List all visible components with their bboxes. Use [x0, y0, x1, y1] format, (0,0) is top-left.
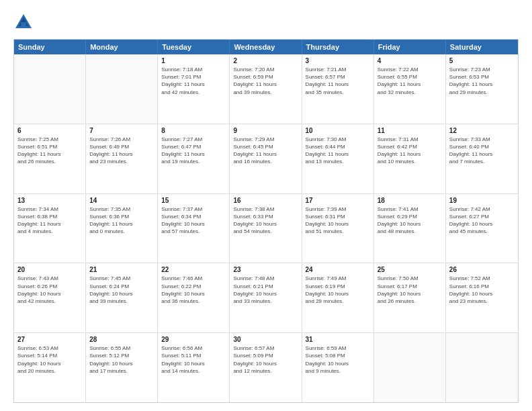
cell-info-line: Sunrise: 7:18 AM [161, 66, 226, 73]
cell-info-line: Daylight: 10 hours [161, 360, 226, 367]
cell-info-line: Sunrise: 7:38 AM [233, 205, 298, 213]
cell-info-line: Daylight: 10 hours [378, 290, 442, 298]
cell-info-line: and 13 minutes. [306, 158, 370, 165]
cell-info-line: Sunset: 6:49 PM [89, 143, 154, 150]
day-number: 20 [17, 266, 82, 273]
cell-info-line: Sunrise: 6:57 AM [233, 345, 298, 352]
cell-info-line: and 39 minutes. [233, 89, 298, 96]
cell-info-line: Daylight: 11 hours [89, 220, 154, 228]
day-number: 14 [89, 197, 154, 204]
cell-info-line: Sunset: 6:44 PM [306, 143, 370, 150]
calendar-cell: 20Sunrise: 7:43 AMSunset: 6:26 PMDayligh… [14, 263, 86, 332]
calendar-cell: 8Sunrise: 7:27 AMSunset: 6:47 PMDaylight… [158, 124, 230, 193]
calendar-cell: 29Sunrise: 6:56 AMSunset: 5:11 PMDayligh… [158, 333, 230, 402]
page: SundayMondayTuesdayWednesdayThursdayFrid… [0, 0, 532, 411]
cell-info-line: Daylight: 10 hours [17, 360, 82, 367]
cell-info-line: and 19 minutes. [161, 158, 226, 165]
header-day-friday: Friday [374, 40, 446, 54]
calendar-cell [374, 333, 446, 402]
day-number: 28 [89, 336, 154, 343]
calendar-cell: 11Sunrise: 7:31 AMSunset: 6:42 PMDayligh… [374, 124, 446, 193]
cell-info-line: Daylight: 10 hours [161, 220, 226, 228]
cell-info-line: Daylight: 10 hours [17, 290, 82, 298]
day-number: 4 [378, 57, 442, 64]
cell-info-line: Daylight: 11 hours [89, 150, 154, 158]
header [13, 12, 519, 32]
day-number: 25 [378, 266, 442, 273]
cell-info-line: and 35 minutes. [306, 89, 370, 96]
day-number: 11 [378, 127, 442, 134]
cell-info-line: and 23 minutes. [89, 158, 154, 165]
cell-info-line: and 9 minutes. [306, 367, 370, 375]
calendar-cell: 13Sunrise: 7:34 AMSunset: 6:38 PMDayligh… [14, 194, 86, 263]
day-number: 1 [161, 57, 226, 64]
cell-info-line: and 10 minutes. [378, 158, 442, 165]
cell-info-line: Sunrise: 7:50 AM [378, 275, 442, 282]
cell-info-line: Sunset: 5:09 PM [233, 352, 298, 359]
cell-info-line: and 23 minutes. [449, 298, 515, 305]
cell-info-line: Sunset: 5:12 PM [89, 352, 154, 359]
calendar-cell: 1Sunrise: 7:18 AMSunset: 7:01 PMDaylight… [158, 54, 230, 124]
cell-info-line: and 26 minutes. [378, 298, 442, 305]
cell-info-line: Sunrise: 6:53 AM [17, 345, 82, 352]
calendar-cell: 27Sunrise: 6:53 AMSunset: 5:14 PMDayligh… [14, 333, 86, 402]
calendar-cell: 10Sunrise: 7:30 AMSunset: 6:44 PMDayligh… [302, 124, 374, 193]
cell-info-line: and 12 minutes. [233, 367, 298, 375]
cell-info-line: Sunset: 6:22 PM [161, 283, 226, 290]
cell-info-line: Sunrise: 7:20 AM [233, 66, 298, 73]
calendar-row-3: 13Sunrise: 7:34 AMSunset: 6:38 PMDayligh… [14, 193, 518, 263]
cell-info-line: Daylight: 10 hours [306, 360, 370, 367]
header-day-monday: Monday [86, 40, 158, 54]
cell-info-line: Daylight: 11 hours [378, 150, 442, 158]
cell-info-line: Sunrise: 7:31 AM [378, 136, 442, 143]
cell-info-line: Sunrise: 7:48 AM [233, 275, 298, 282]
day-number: 18 [378, 197, 442, 204]
day-number: 3 [306, 57, 370, 64]
cell-info-line: Sunrise: 7:37 AM [161, 205, 226, 213]
cell-info-line: and 36 minutes. [161, 298, 226, 305]
calendar-cell: 16Sunrise: 7:38 AMSunset: 6:33 PMDayligh… [230, 194, 302, 263]
cell-info-line: Sunrise: 7:23 AM [449, 66, 515, 73]
calendar-cell [446, 333, 518, 402]
calendar-cell: 9Sunrise: 7:29 AMSunset: 6:45 PMDaylight… [230, 124, 302, 193]
cell-info-line: and 33 minutes. [233, 298, 298, 305]
cell-info-line: Sunset: 6:36 PM [89, 213, 154, 220]
cell-info-line: Daylight: 10 hours [306, 290, 370, 298]
calendar-cell: 21Sunrise: 7:45 AMSunset: 6:24 PMDayligh… [86, 263, 158, 332]
cell-info-line: Daylight: 10 hours [233, 290, 298, 298]
cell-info-line: Sunrise: 7:33 AM [449, 136, 515, 143]
cell-info-line: and 42 minutes. [161, 89, 226, 96]
cell-info-line: Daylight: 11 hours [17, 220, 82, 228]
day-number: 23 [233, 266, 298, 273]
day-number: 2 [233, 57, 298, 64]
day-number: 7 [89, 127, 154, 134]
cell-info-line: and 4 minutes. [17, 228, 82, 235]
cell-info-line: Sunset: 5:11 PM [161, 352, 226, 359]
calendar-cell: 18Sunrise: 7:41 AMSunset: 6:29 PMDayligh… [374, 194, 446, 263]
cell-info-line: Daylight: 10 hours [89, 290, 154, 298]
cell-info-line: Sunset: 6:33 PM [233, 213, 298, 220]
calendar-cell: 17Sunrise: 7:39 AMSunset: 6:31 PMDayligh… [302, 194, 374, 263]
cell-info-line: Daylight: 10 hours [449, 220, 515, 228]
cell-info-line: and 51 minutes. [306, 228, 370, 235]
cell-info-line: Sunrise: 7:39 AM [306, 205, 370, 213]
calendar-row-4: 20Sunrise: 7:43 AMSunset: 6:26 PMDayligh… [14, 263, 518, 332]
cell-info-line: and 16 minutes. [233, 158, 298, 165]
cell-info-line: Sunset: 6:38 PM [17, 213, 82, 220]
cell-info-line: Sunrise: 6:55 AM [89, 345, 154, 352]
cell-info-line: Sunrise: 7:52 AM [449, 275, 515, 282]
cell-info-line: and 26 minutes. [17, 158, 82, 165]
cell-info-line: and 17 minutes. [89, 367, 154, 375]
cell-info-line: Sunset: 6:47 PM [161, 143, 226, 150]
day-number: 12 [449, 127, 515, 134]
cell-info-line: and 29 minutes. [449, 89, 515, 96]
day-number: 16 [233, 197, 298, 204]
calendar-row-2: 6Sunrise: 7:25 AMSunset: 6:51 PMDaylight… [14, 124, 518, 193]
cell-info-line: and 57 minutes. [161, 228, 226, 235]
svg-rect-2 [21, 22, 26, 28]
day-number: 30 [233, 336, 298, 343]
cell-info-line: and 42 minutes. [17, 298, 82, 305]
cell-info-line: and 32 minutes. [378, 89, 442, 96]
cell-info-line: and 14 minutes. [161, 367, 226, 375]
calendar-cell: 5Sunrise: 7:23 AMSunset: 6:53 PMDaylight… [446, 54, 518, 124]
